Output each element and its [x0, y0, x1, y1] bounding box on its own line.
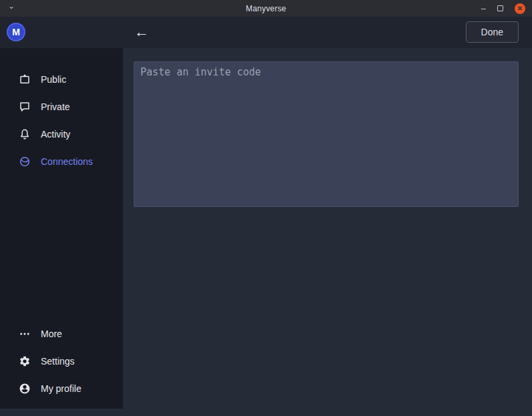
window-controls: – ✕: [481, 0, 525, 17]
sidebar-item-private[interactable]: Private: [0, 93, 123, 120]
app-header: M ← Done: [0, 17, 532, 48]
sidebar-item-activity[interactable]: Activity: [0, 120, 123, 148]
sidebar-item-label: More: [41, 329, 62, 339]
sidebar-item-label: Settings: [41, 356, 75, 367]
message-bubble-icon: [19, 101, 31, 113]
sidebar: Public Private Activity: [0, 48, 123, 409]
main-content: [123, 48, 532, 416]
sidebar-item-label: Public: [41, 74, 66, 85]
sidebar-item-public[interactable]: Public: [0, 65, 123, 93]
close-button[interactable]: ✕: [515, 3, 525, 14]
done-button[interactable]: Done: [466, 21, 519, 43]
sidebar-item-settings[interactable]: Settings: [0, 347, 123, 375]
sidebar-nav: Public Private Activity: [0, 48, 123, 175]
invite-code-input[interactable]: [134, 61, 519, 207]
sidebar-item-label: Private: [41, 101, 70, 112]
bulletin-board-icon: [19, 73, 31, 85]
profile-avatar-icon: [19, 383, 31, 395]
bell-icon: [19, 128, 31, 140]
minimize-button[interactable]: –: [481, 4, 486, 13]
restore-button[interactable]: [497, 5, 503, 11]
manyverse-logo: M: [7, 23, 25, 41]
window-title: Manyverse: [0, 4, 532, 13]
sidebar-item-connections[interactable]: Connections: [0, 148, 123, 175]
sidebar-item-label: Activity: [41, 129, 70, 140]
more-dots-icon: [19, 328, 31, 340]
connections-icon: [19, 156, 31, 168]
sidebar-item-label: My profile: [41, 383, 82, 394]
titlebar: ⌄ Manyverse – ✕: [0, 0, 532, 17]
gear-icon: [19, 355, 31, 367]
sidebar-item-my-profile[interactable]: My profile: [0, 375, 123, 402]
back-arrow-icon[interactable]: ←: [134, 22, 149, 42]
sidebar-bottom-nav: More Settings My profile: [0, 320, 123, 402]
sidebar-item-more[interactable]: More: [0, 320, 123, 347]
sidebar-item-label: Connections: [41, 156, 93, 167]
